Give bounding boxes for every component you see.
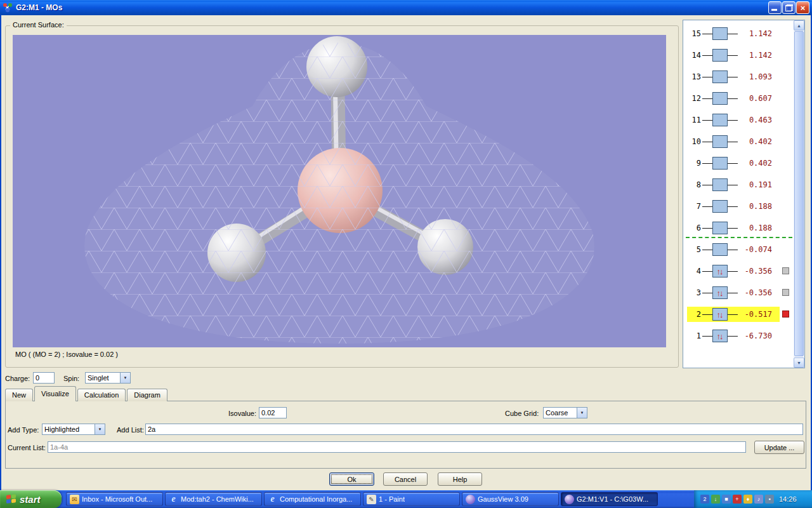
mo-level-row-6[interactable]: 60.188 [687, 220, 780, 236]
surface-caption: MO ( (MO = 2) ; Isovalue = 0.02 ) [15, 351, 118, 358]
tray-icons: 2↓■+♦♪▪ [700, 495, 774, 504]
cancel-button[interactable]: Cancel [383, 472, 428, 486]
add-type-select[interactable]: Highlighted ▼ [42, 424, 105, 435]
charge-input[interactable] [33, 372, 55, 384]
window-title: G2:M1 - MOs [16, 3, 62, 12]
mo-level-line [702, 206, 712, 207]
mo-level-row-12[interactable]: 120.607 [687, 91, 780, 106]
cube-grid-select[interactable]: Coarse ▼ [543, 407, 587, 418]
cube-grid-label: Cube Grid: [505, 410, 539, 417]
system-tray: 2↓■+♦♪▪ 14:26 [694, 490, 812, 508]
mo-orbital-box[interactable] [712, 49, 728, 62]
spin-select[interactable]: Singlet ▼ [85, 372, 131, 384]
restore-button[interactable] [782, 1, 796, 14]
add-list-input[interactable] [145, 424, 803, 435]
mo-level-row-15[interactable]: 151.142 [687, 26, 780, 41]
dropdown-arrow-icon[interactable]: ▼ [577, 408, 587, 418]
mo-level-number: 15 [687, 29, 702, 38]
gaussview-icon [466, 495, 475, 504]
tab-diagram[interactable]: Diagram [127, 389, 167, 401]
scroll-down-button[interactable]: ▼ [794, 358, 804, 368]
mo-energy-value: 1.093 [738, 72, 772, 81]
mo-orbital-box[interactable] [712, 200, 728, 213]
dropdown-arrow-icon[interactable]: ▼ [95, 424, 105, 434]
mo-orbital-box[interactable] [712, 27, 728, 40]
mo-level-number: 7 [687, 202, 702, 211]
mo-select-checkbox[interactable] [782, 311, 789, 318]
scroll-up-button[interactable]: ▲ [794, 20, 804, 30]
mo-level-row-4[interactable]: 4↑↓-0.356 [687, 264, 780, 279]
volume-icon[interactable]: ♪ [754, 495, 763, 504]
mo-orbital-box[interactable]: ↑↓ [712, 286, 728, 299]
taskbar-task[interactable]: GaussView 3.09 [462, 492, 559, 506]
mo-level-row-7[interactable]: 70.188 [687, 199, 780, 214]
taskbar-task[interactable]: 1 - Paint [363, 492, 460, 506]
mo-orbital-box[interactable] [712, 70, 728, 83]
tab-visualize[interactable]: Visualize [34, 386, 76, 401]
taskbar-task[interactable]: G2:M1:V1 - C:\G03W... [561, 492, 658, 506]
mo-orbital-box[interactable] [712, 157, 728, 170]
mo-level-line [728, 163, 738, 164]
help-button[interactable]: Help [438, 472, 482, 486]
vertical-scrollbar[interactable]: ▲ ▼ [794, 20, 804, 368]
update-icon[interactable]: ↓ [711, 495, 720, 504]
mo-level-line [702, 98, 712, 99]
mo-orbital-box[interactable]: ↑↓ [712, 330, 728, 342]
update-button[interactable]: Update ... [754, 441, 804, 454]
task-label: G2:M1:V1 - C:\G03W... [577, 495, 648, 503]
ime-indicator-icon[interactable]: 2 [700, 495, 709, 504]
mo-level-list: 151.142141.142131.093120.607110.463100.4… [683, 20, 794, 368]
homo-lumo-divider [686, 237, 792, 238]
mo-level-line [728, 34, 738, 34]
mo-energy-value: -0.356 [738, 267, 772, 276]
mo-level-number: 4 [687, 267, 702, 276]
molecule-viewport[interactable] [13, 35, 666, 347]
mo-level-number: 9 [687, 159, 702, 168]
mo-orbital-box[interactable]: ↑↓ [712, 308, 728, 321]
mo-select-checkbox[interactable] [782, 289, 789, 296]
minimize-button[interactable] [768, 1, 782, 14]
cube-grid-selected-value: Coarse [544, 408, 577, 418]
taskbar-task[interactable]: Inbox - Microsoft Out... [66, 492, 163, 506]
mo-level-line [702, 271, 712, 272]
tab-calculation[interactable]: Calculation [77, 389, 126, 401]
ok-button[interactable]: Ok [329, 472, 374, 486]
mo-level-row-8[interactable]: 80.191 [687, 177, 780, 192]
network-icon[interactable]: ▪ [765, 495, 774, 504]
mo-orbital-box[interactable]: ↑↓ [712, 265, 728, 277]
mo-orbital-box[interactable] [712, 135, 728, 148]
mo-level-row-9[interactable]: 90.402 [687, 156, 780, 171]
taskbar-task[interactable]: Mod:tah2 - ChemWiki... [165, 492, 262, 506]
antivirus-shield-icon[interactable]: + [733, 495, 742, 504]
mo-orbital-box[interactable] [712, 178, 728, 191]
mo-level-row-1[interactable]: 1↑↓-6.730 [687, 328, 780, 344]
mo-level-row-3[interactable]: 3↑↓-0.356 [687, 285, 780, 300]
mo-level-line [728, 206, 738, 207]
mo-select-checkbox[interactable] [782, 267, 789, 274]
dropdown-arrow-icon[interactable]: ▼ [120, 373, 130, 383]
close-button[interactable]: × [796, 1, 809, 14]
mo-orbital-box[interactable] [712, 222, 728, 234]
display-settings-icon[interactable]: ■ [722, 495, 731, 504]
add-list-label: Add List: [117, 426, 144, 434]
mo-level-row-10[interactable]: 100.402 [687, 134, 780, 149]
taskbar-task[interactable]: Computational Inorga... [264, 492, 361, 506]
mo-orbital-box[interactable] [712, 114, 728, 126]
mo-level-line [728, 336, 738, 337]
mo-orbital-box[interactable] [712, 92, 728, 105]
messenger-icon[interactable]: ♦ [743, 495, 752, 504]
mo-level-row-14[interactable]: 141.142 [687, 48, 780, 63]
task-label: Computational Inorga... [280, 495, 352, 503]
mo-level-number: 6 [687, 224, 702, 232]
mo-level-row-5[interactable]: 5-0.074 [687, 242, 780, 257]
isovalue-input[interactable] [259, 407, 287, 418]
isosurface-mesh [84, 43, 594, 344]
start-button[interactable]: start [0, 490, 62, 508]
tab-new[interactable]: New [5, 389, 33, 401]
mo-level-row-11[interactable]: 110.463 [687, 112, 780, 128]
mo-level-row-13[interactable]: 131.093 [687, 69, 780, 84]
mo-level-number: 2 [687, 310, 702, 319]
mo-level-row-2[interactable]: 2↑↓-0.517 [687, 307, 780, 322]
mo-orbital-box[interactable] [712, 243, 728, 256]
scroll-thumb[interactable] [794, 31, 804, 356]
